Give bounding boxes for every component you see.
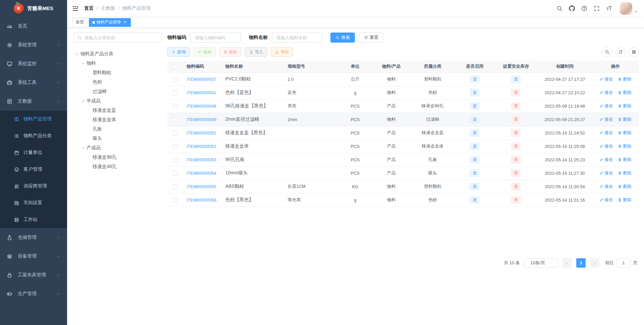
tree-caret-icon[interactable]: ▾ — [80, 146, 86, 150]
tree-caret-icon[interactable]: ▾ — [80, 61, 86, 66]
tree-node[interactable]: ▾移液盒48孔 — [74, 162, 162, 171]
row-delete-button[interactable]: 删除 — [618, 103, 632, 109]
sidebar-item[interactable]: 系统监控 — [0, 54, 67, 73]
sidebar-subitem[interactable]: 物料产品管理 — [0, 111, 67, 127]
tree-caret-icon[interactable]: ▾ — [74, 52, 80, 56]
material-code-link[interactable]: ITEM00000049 — [186, 117, 216, 122]
sidebar-subitem[interactable]: 物料产品分类 — [0, 127, 67, 144]
row-checkbox[interactable] — [173, 158, 177, 162]
tree-node[interactable]: ▾移液盒盒盖 — [74, 106, 162, 115]
next-page-button[interactable]: › — [590, 258, 599, 268]
row-checkbox[interactable] — [173, 131, 177, 136]
row-edit-button[interactable]: 修改 — [599, 197, 613, 203]
search-button[interactable]: 搜索 — [330, 33, 355, 43]
delete-button[interactable]: 删除 — [219, 47, 241, 57]
avatar[interactable] — [620, 2, 632, 15]
row-delete-button[interactable]: 删除 — [618, 197, 632, 203]
sidebar-toggle-icon[interactable] — [72, 5, 78, 12]
material-code-link[interactable]: ITEM00000053 — [186, 157, 216, 162]
sidebar-item[interactable]: 工装夹具管理 — [0, 266, 67, 284]
sidebar-subitem[interactable]: 车间设置 — [0, 195, 67, 211]
tree-node[interactable]: ▾吸头 — [74, 134, 162, 143]
sidebar-item[interactable]: 设备管理 — [0, 247, 67, 266]
page-size-select[interactable]: 10条/页 — [524, 258, 558, 268]
grid-circle-button[interactable] — [629, 47, 639, 57]
row-checkbox[interactable] — [173, 91, 177, 95]
help-icon[interactable] — [581, 5, 587, 11]
row-edit-button[interactable]: 修改 — [599, 90, 613, 96]
tree-node[interactable]: ▾物料 — [74, 59, 162, 68]
material-code-link[interactable]: ITEM00000054 — [186, 171, 216, 176]
search-icon[interactable] — [556, 5, 562, 11]
row-checkbox[interactable] — [173, 117, 177, 122]
page-number-1[interactable]: 1 — [576, 258, 586, 268]
row-checkbox[interactable] — [173, 184, 177, 189]
tab-tag[interactable]: 物料产品管理× — [89, 18, 131, 27]
row-edit-button[interactable]: 修改 — [599, 143, 613, 149]
tree-node[interactable]: ▾物料及产品分类 — [74, 49, 162, 59]
sidebar-item[interactable]: 生产管理 — [0, 284, 67, 303]
fullscreen-icon[interactable] — [594, 5, 600, 11]
row-edit-button[interactable]: 修改 — [599, 116, 613, 122]
row-delete-button[interactable]: 删除 — [618, 130, 632, 136]
row-edit-button[interactable]: 修改 — [599, 130, 613, 136]
breadcrumb-item[interactable]: 首页 — [84, 5, 94, 11]
row-delete-button[interactable]: 删除 — [618, 183, 632, 189]
tree-node[interactable]: ▾移液盒96孔 — [74, 153, 162, 162]
tree-node[interactable]: ▾产成品 — [74, 143, 162, 153]
sidebar-subitem[interactable]: 工作站 — [0, 211, 67, 228]
row-delete-button[interactable]: 删除 — [618, 116, 632, 122]
tree-caret-icon[interactable]: ▾ — [80, 99, 86, 103]
close-icon[interactable]: × — [122, 20, 127, 25]
row-delete-button[interactable]: 删除 — [618, 76, 632, 82]
material-code-link[interactable]: ITEM00000055 — [186, 184, 216, 189]
import-button[interactable]: 导入 — [245, 47, 267, 57]
reset-button[interactable]: 重置 — [359, 33, 383, 43]
tree-node[interactable]: ▾过滤棉 — [74, 87, 162, 96]
row-checkbox[interactable] — [173, 104, 177, 109]
row-delete-button[interactable]: 删除 — [618, 90, 632, 96]
material-code-link[interactable]: ITEM00000052 — [186, 144, 216, 149]
row-checkbox[interactable] — [173, 171, 177, 176]
select-all-checkbox[interactable] — [173, 64, 177, 69]
row-delete-button[interactable]: 删除 — [618, 157, 632, 163]
row-edit-button[interactable]: 修改 — [599, 103, 613, 109]
material-name-input[interactable] — [272, 33, 322, 43]
category-search-input[interactable] — [74, 33, 162, 43]
prev-page-button[interactable]: ‹ — [562, 258, 572, 268]
row-checkbox[interactable] — [173, 77, 177, 82]
sidebar-subitem[interactable]: 客户管理 — [0, 161, 67, 178]
sidebar-item[interactable]: 仓储管理 — [0, 228, 67, 247]
sidebar-item[interactable]: 系统工具 — [0, 73, 67, 92]
row-edit-button[interactable]: 修改 — [599, 183, 613, 189]
tree-node[interactable]: ▾塑料颗粒 — [74, 68, 162, 77]
sidebar-subitem[interactable]: 供应商管理 — [0, 178, 67, 195]
app-logo[interactable]: K 苦糖果MES — [0, 0, 67, 17]
sidebar-item[interactable]: 首页 — [0, 17, 67, 36]
github-icon[interactable] — [569, 5, 575, 11]
add-button[interactable]: 新增 — [167, 47, 190, 57]
export-button[interactable]: 导出 — [271, 47, 293, 57]
goto-page-input[interactable] — [616, 258, 631, 268]
tree-node[interactable]: ▾色粉 — [74, 77, 162, 87]
tree-node[interactable]: ▾移液盒盒体 — [74, 115, 162, 124]
row-checkbox[interactable] — [173, 144, 177, 149]
tree-node[interactable]: ▾孔板 — [74, 124, 162, 134]
sidebar-item[interactable]: 主数据 — [0, 92, 67, 111]
material-code-link[interactable]: ITEM00000056 — [186, 198, 216, 203]
row-checkbox[interactable] — [173, 198, 177, 203]
material-code-input[interactable] — [191, 33, 241, 43]
material-code-link[interactable]: ITEM00000051 — [186, 130, 216, 136]
material-code-link[interactable]: ITEM00000037 — [186, 77, 216, 82]
search-circle-button[interactable] — [602, 47, 612, 57]
material-code-link[interactable]: ITEM00000041 — [186, 90, 216, 95]
row-edit-button[interactable]: 修改 — [599, 170, 613, 176]
row-edit-button[interactable]: 修改 — [599, 157, 613, 163]
sidebar-subitem[interactable]: 计量单位 — [0, 144, 67, 161]
sidebar-item[interactable]: 系统管理 — [0, 36, 67, 54]
tab-tag[interactable]: 首页 — [72, 18, 87, 27]
user-menu[interactable] — [620, 2, 638, 15]
material-code-link[interactable]: ITEM00000046 — [186, 104, 216, 109]
row-delete-button[interactable]: 删除 — [618, 143, 632, 149]
refresh-circle-button[interactable] — [615, 47, 626, 57]
